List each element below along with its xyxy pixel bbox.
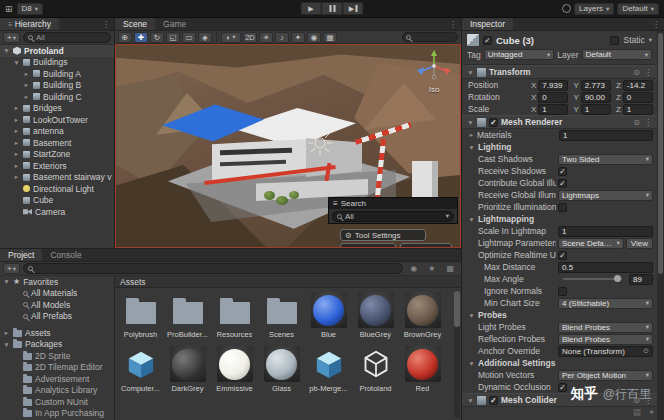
rotation-y-field[interactable]: 90.00 xyxy=(581,92,611,103)
tab-inspector[interactable]: Inspector xyxy=(462,18,513,30)
window-icon[interactable]: ⊞ xyxy=(5,4,13,14)
rect-tool-icon[interactable]: ▭ xyxy=(182,32,196,43)
reflection-probes-dropdown[interactable]: Blend Probes xyxy=(558,334,653,345)
grid-toggle-icon[interactable]: ▦ xyxy=(323,32,337,43)
mesh-renderer-enabled-checkbox[interactable]: ✓ xyxy=(489,118,498,127)
position-z-field[interactable]: -14.2 xyxy=(623,80,653,91)
hierarchy-item-antenna[interactable]: ▸antenna xyxy=(0,126,114,138)
rotation-x-field[interactable]: 0 xyxy=(538,92,568,103)
tab-scene[interactable]: Scene xyxy=(115,18,155,30)
account-icon[interactable] xyxy=(562,4,571,13)
inspector-scrollbar[interactable] xyxy=(657,31,664,420)
visibility-toggle-icon[interactable]: ◉ xyxy=(307,32,321,43)
component-menu-icon[interactable]: ⋮ xyxy=(644,68,652,77)
transform-component-header[interactable]: ▼ Transform ⊙⋮ xyxy=(462,65,657,79)
audio-toggle-icon[interactable]: ♪ xyxy=(275,32,289,43)
scale-tool-icon[interactable]: ◱ xyxy=(166,32,180,43)
scale-in-lightmap-field[interactable]: 1 xyxy=(558,226,653,237)
asset-item-protoland[interactable]: Protoland xyxy=(352,344,399,398)
search-by-type-icon[interactable]: ◉ xyxy=(406,262,421,275)
assets-scrollbar[interactable] xyxy=(454,290,460,418)
hierarchy-item-cube[interactable]: Cube xyxy=(0,195,114,207)
favorite-all-prefabs[interactable]: All Prefabs xyxy=(0,311,114,323)
mesh-collider-enabled-checkbox[interactable]: ✓ xyxy=(489,396,498,405)
create-asset-button[interactable]: +▾ xyxy=(3,263,20,274)
anchor-override-field[interactable]: None (Transform) xyxy=(558,346,653,357)
package-2d-tilemap[interactable]: 2D Tilemap Editor xyxy=(0,362,114,374)
package-iap[interactable]: In App Purchasing xyxy=(0,408,114,420)
materials-count-field[interactable]: 1 xyxy=(559,130,653,141)
lighting-toggle-icon[interactable]: ☀ xyxy=(259,32,273,43)
search-by-label-icon[interactable]: ★ xyxy=(424,262,439,275)
move-tool-icon[interactable]: ✚ xyxy=(134,32,148,43)
dynamic-occlusion-checkbox[interactable]: ✓ xyxy=(558,383,567,392)
max-distance-field[interactable]: 0.5 xyxy=(558,262,653,273)
scale-y-field[interactable]: 1 xyxy=(581,104,611,115)
pause-button[interactable] xyxy=(322,2,343,15)
hierarchy-item-basement-stairway[interactable]: ▸Basement stairway v xyxy=(0,172,114,184)
scale-x-field[interactable]: 1 xyxy=(538,104,568,115)
hierarchy-item-bridges[interactable]: ▸Bridges xyxy=(0,103,114,115)
contribute-gi-checkbox[interactable]: ✓ xyxy=(558,179,567,188)
favorites-root[interactable]: ▼★Favorites xyxy=(0,276,114,288)
hierarchy-item-building-b[interactable]: ▸Building B xyxy=(0,80,114,92)
rotate-tool-icon[interactable]: ↻ xyxy=(150,32,164,43)
asset-item-browngrey[interactable]: BrownGrey xyxy=(399,290,446,344)
static-checkbox[interactable] xyxy=(610,36,619,45)
position-x-field[interactable]: 7.939 xyxy=(538,80,568,91)
hierarchy-item-startzone[interactable]: ▸StartZone xyxy=(0,149,114,161)
max-angle-field[interactable]: 89 xyxy=(629,274,653,285)
asset-item-darkgrey[interactable]: DarkGrey xyxy=(164,344,211,398)
orientation-gizmo[interactable]: Iso xyxy=(412,49,456,94)
tab-game[interactable]: Game xyxy=(155,18,194,30)
view-button[interactable]: View xyxy=(626,238,653,249)
light-probes-dropdown[interactable]: Blend Probes xyxy=(558,322,653,333)
asset-item-scenes[interactable]: Scenes xyxy=(258,290,305,344)
panel-menu-icon[interactable]: ⋮ xyxy=(445,18,461,30)
activity-icon[interactable]: ▤ xyxy=(633,407,641,417)
assets-root[interactable]: ▸Assets xyxy=(0,327,114,339)
max-angle-slider[interactable] xyxy=(563,278,622,280)
scene-viewport[interactable]: Iso ≡Search All▾ ⚙Tool Settings ⊙Center▾… xyxy=(115,44,461,248)
asset-item-polybrush[interactable]: Polybrush xyxy=(117,290,164,344)
hierarchy-item-protoland[interactable]: ▼Protoland xyxy=(0,45,114,57)
play-button[interactable]: ▶ xyxy=(301,2,322,15)
receive-shadows-checkbox[interactable]: ✓ xyxy=(558,167,567,176)
active-checkbox[interactable]: ✓ xyxy=(483,36,492,45)
2d-toggle[interactable]: 2D xyxy=(243,32,257,43)
package-2d-sprite[interactable]: 2D Sprite xyxy=(0,350,114,362)
help-icon[interactable]: ⊙ xyxy=(633,68,640,77)
overlay-search-input[interactable]: All▾ xyxy=(332,211,454,222)
tool-settings-overlay[interactable]: ⚙Tool Settings xyxy=(340,229,426,241)
hierarchy-search-input[interactable]: All xyxy=(23,32,111,43)
hierarchy-item-lookouttower[interactable]: ▸LookOutTower xyxy=(0,114,114,126)
tab-project[interactable]: Project xyxy=(0,249,42,261)
notifications-icon[interactable]: ✦ xyxy=(648,407,655,417)
asset-item-resources[interactable]: Resources xyxy=(211,290,258,344)
cast-shadows-dropdown[interactable]: Two Sided xyxy=(558,154,653,165)
package-advertisement[interactable]: Advertisement xyxy=(0,373,114,385)
position-y-field[interactable]: 2.773 xyxy=(581,80,611,91)
hierarchy-item-exteriors[interactable]: ▸Exteriors xyxy=(0,160,114,172)
asset-item-pb-merge[interactable]: pb-Merge... xyxy=(305,344,352,398)
layers-dropdown[interactable]: Layers▾ xyxy=(574,3,614,15)
hierarchy-item-directional-light[interactable]: Directional Light xyxy=(0,183,114,195)
motion-vectors-dropdown[interactable]: Per Object Motion xyxy=(558,370,653,381)
scale-z-field[interactable]: 1 xyxy=(623,104,653,115)
hierarchy-item-buildings[interactable]: ▼Buildings xyxy=(0,57,114,69)
ignore-normals-checkbox[interactable] xyxy=(558,287,567,296)
layer-dropdown[interactable]: Default xyxy=(582,49,653,60)
tab-hierarchy[interactable]: ≡Hierarchy xyxy=(0,18,59,30)
hierarchy-item-building-c[interactable]: ▸Building C xyxy=(0,91,114,103)
project-search-input[interactable] xyxy=(23,263,403,274)
transform-tool-icon[interactable]: ◈ xyxy=(198,32,212,43)
panel-menu-icon[interactable]: ⋮ xyxy=(648,18,664,30)
layout-dropdown[interactable]: Default▾ xyxy=(617,3,659,15)
favorite-all-materials[interactable]: All Materials xyxy=(0,288,114,300)
asset-item-emmissive[interactable]: Emmissive xyxy=(211,344,258,398)
asset-item-red[interactable]: Red xyxy=(399,344,446,398)
tab-console[interactable]: Console xyxy=(42,249,89,261)
shading-mode-dropdown[interactable]: ◐▾ xyxy=(221,32,241,43)
favorite-all-models[interactable]: All Models xyxy=(0,299,114,311)
receive-gi-dropdown[interactable]: Lightmaps xyxy=(558,190,653,201)
